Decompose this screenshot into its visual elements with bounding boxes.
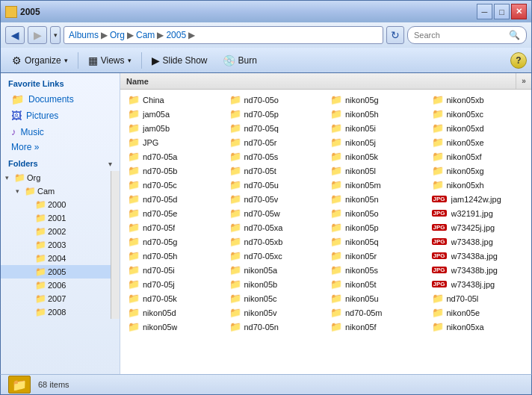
list-item[interactable]: JPGw73438b.jpg xyxy=(427,263,529,277)
list-item[interactable]: 📁nikon05xg xyxy=(427,164,529,178)
list-item[interactable]: JPGw73438j.jpg xyxy=(427,277,529,291)
list-item[interactable]: 📁nikon05xb xyxy=(427,93,529,107)
tree-item-2005[interactable]: 📁2005 xyxy=(1,265,120,279)
list-item[interactable]: 📁JPG xyxy=(123,135,225,149)
list-item[interactable]: 📁nd70-05r xyxy=(225,135,327,149)
list-item[interactable]: 📁nikon05xf xyxy=(427,149,529,164)
list-item[interactable]: 📁jam05b xyxy=(123,121,225,135)
list-item[interactable]: 📁nikon05a xyxy=(225,263,327,277)
search-input[interactable] xyxy=(414,31,506,40)
list-item[interactable]: 📁nd70-05s xyxy=(225,149,327,164)
list-item[interactable]: 📁nikon05f xyxy=(326,320,427,334)
tree-item-2004[interactable]: 📁2004 xyxy=(1,252,120,265)
list-item[interactable]: JPGw73425j.jpg xyxy=(427,220,529,234)
list-item[interactable]: 📁nd70-05l xyxy=(427,291,529,305)
tree-scrollbar[interactable] xyxy=(111,171,120,319)
list-item[interactable]: JPGw73438a.jpg xyxy=(427,249,529,263)
folders-header[interactable]: Folders ▾ xyxy=(1,155,120,171)
close-button[interactable]: ✕ xyxy=(511,4,527,19)
refresh-button[interactable]: ↻ xyxy=(386,26,404,44)
breadcrumb-cam[interactable]: Cam xyxy=(136,30,155,40)
list-item[interactable]: 📁nd70-05c xyxy=(123,178,225,192)
organize-button[interactable]: ⚙ Organize ▾ xyxy=(5,51,75,70)
list-item[interactable]: 📁nd70-05xb xyxy=(225,234,327,249)
list-item[interactable]: 📁nd70-05xc xyxy=(225,249,327,263)
tree-item-2008[interactable]: 📁2008 xyxy=(1,305,120,319)
list-item[interactable]: 📁nd70-05g xyxy=(123,234,225,249)
list-item[interactable]: 📁nd70-05i xyxy=(123,263,225,277)
list-item[interactable]: 📁nd70-05xa xyxy=(225,220,327,234)
list-item[interactable]: 📁nikon05r xyxy=(326,249,427,263)
list-item[interactable]: 📁nd70-05v xyxy=(225,192,327,206)
list-item[interactable]: 📁nd70-05b xyxy=(123,164,225,178)
views-button[interactable]: ▦ Views ▾ xyxy=(81,51,138,70)
list-item[interactable]: 📁nikon05xc xyxy=(427,107,529,121)
tree-item-2002[interactable]: 📁2002 xyxy=(1,225,120,238)
tree-item-2000[interactable]: 📁2000 xyxy=(1,198,120,211)
tree-item-org[interactable]: ▾📁Org xyxy=(1,171,120,184)
list-item[interactable]: 📁nd70-05p xyxy=(225,107,327,121)
list-item[interactable]: 📁nikon05xa xyxy=(427,320,529,334)
list-item[interactable]: 📁nikon05xh xyxy=(427,178,529,192)
list-item[interactable]: 📁nikon05u xyxy=(326,291,427,305)
forward-button[interactable]: ▶ xyxy=(28,26,47,44)
list-item[interactable]: 📁nikon05o xyxy=(326,206,427,220)
list-item[interactable]: JPGw73438.jpg xyxy=(427,234,529,249)
back-button[interactable]: ◀ xyxy=(5,26,25,44)
list-item[interactable]: 📁nd70-05e xyxy=(123,206,225,220)
list-item[interactable]: 📁nikon05n xyxy=(326,192,427,206)
list-item[interactable]: 📁nikon05l xyxy=(326,164,427,178)
list-item[interactable]: 📁nd70-05n xyxy=(225,320,327,334)
list-item[interactable]: 📁nikon05t xyxy=(326,277,427,291)
list-item[interactable]: 📁nd70-05a xyxy=(123,149,225,164)
list-item[interactable]: 📁nikon05e xyxy=(427,305,529,320)
list-item[interactable]: 📁nikon05p xyxy=(326,220,427,234)
slideshow-button[interactable]: ▶ Slide Show xyxy=(145,51,214,70)
tree-item-2003[interactable]: 📁2003 xyxy=(1,238,120,252)
list-item[interactable]: 📁nd70-05f xyxy=(123,220,225,234)
list-item[interactable]: 📁nikon05v xyxy=(225,305,327,320)
list-item[interactable]: 📁nd70-05j xyxy=(123,277,225,291)
list-item[interactable]: 📁nikon05d xyxy=(123,305,225,320)
breadcrumb-albums[interactable]: Albums xyxy=(69,30,99,40)
search-box[interactable]: 🔍 xyxy=(407,26,527,44)
tree-item-2006[interactable]: 📁2006 xyxy=(1,279,120,292)
list-item[interactable]: 📁nikon05m xyxy=(326,178,427,192)
sidebar-item-documents[interactable]: 📁 Documents xyxy=(1,91,120,108)
list-item[interactable]: 📁nikon05k xyxy=(326,149,427,164)
list-item[interactable]: 📁nikon05s xyxy=(326,263,427,277)
list-item[interactable]: 📁China xyxy=(123,93,225,107)
list-item[interactable]: 📁nikon05i xyxy=(326,121,427,135)
list-item[interactable]: 📁nikon05b xyxy=(225,277,327,291)
list-item[interactable]: 📁nd70-05h xyxy=(123,249,225,263)
list-item[interactable]: JPGjam1242w.jpg xyxy=(427,192,529,206)
minimize-button[interactable]: ─ xyxy=(477,4,492,19)
column-name[interactable]: Name xyxy=(120,73,516,89)
maximize-button[interactable]: □ xyxy=(494,4,510,19)
breadcrumb-org[interactable]: Org xyxy=(110,30,125,40)
help-button[interactable]: ? xyxy=(510,52,527,69)
list-item[interactable]: 📁nikon05h xyxy=(326,107,427,121)
list-item[interactable]: 📁nikon05xd xyxy=(427,121,529,135)
burn-button[interactable]: 💿 Burn xyxy=(216,51,264,70)
list-item[interactable]: 📁nd70-05t xyxy=(225,164,327,178)
list-item[interactable]: 📁nd70-05k xyxy=(123,291,225,305)
sidebar-item-pictures[interactable]: 🖼 Pictures xyxy=(1,108,120,124)
list-item[interactable]: 📁nd70-05m xyxy=(326,305,427,320)
list-item[interactable]: 📁nd70-05u xyxy=(225,178,327,192)
list-item[interactable]: 📁jam05a xyxy=(123,107,225,121)
list-item[interactable]: 📁nd70-05d xyxy=(123,192,225,206)
more-link[interactable]: More » xyxy=(1,140,120,155)
list-item[interactable]: 📁nikon05w xyxy=(123,320,225,334)
list-item[interactable]: 📁nd70-05o xyxy=(225,93,327,107)
list-item[interactable]: JPGw32191.jpg xyxy=(427,206,529,220)
list-item[interactable]: 📁nd70-05q xyxy=(225,121,327,135)
list-item[interactable]: 📁nikon05g xyxy=(326,93,427,107)
list-item[interactable]: 📁nikon05j xyxy=(326,135,427,149)
tree-item-2001[interactable]: 📁2001 xyxy=(1,211,120,225)
list-item[interactable]: 📁nikon05xe xyxy=(427,135,529,149)
tree-item-2007[interactable]: 📁2007 xyxy=(1,292,120,305)
sidebar-item-music[interactable]: ♪ Music xyxy=(1,124,120,140)
list-item[interactable]: 📁nikon05q xyxy=(326,234,427,249)
list-item[interactable]: 📁nikon05c xyxy=(225,291,327,305)
